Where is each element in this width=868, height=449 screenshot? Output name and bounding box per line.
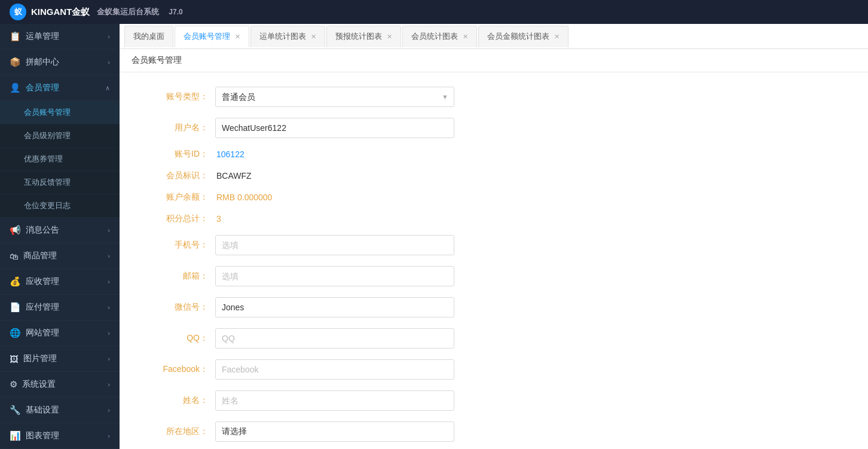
page-title: 会员账号管理: [132, 55, 182, 65]
sidebar-item-payable[interactable]: 📄 应付管理 ›: [0, 295, 120, 320]
sidebar-item-website[interactable]: 🌐 网站管理 ›: [0, 320, 120, 346]
topbar-version: J7.0: [169, 8, 182, 16]
sidebar-item-order[interactable]: 📋 运单管理 ›: [0, 24, 120, 50]
form-row-phone: 手机号：: [143, 235, 844, 255]
region-label: 所在地区：: [143, 426, 215, 437]
topbar-subtitle: 金蚁集运后台系统: [97, 7, 159, 17]
realname-input[interactable]: [215, 390, 454, 411]
sidebar-item-combo[interactable]: 📦 拼邮中心 ›: [0, 50, 120, 75]
sidebar-item-system-label: 系统设置: [22, 379, 56, 390]
sidebar-item-receivable[interactable]: 💰 应收管理 ›: [0, 269, 120, 295]
sidebar-item-feedback[interactable]: 互动反馈管理: [0, 171, 120, 194]
tab-forecast-chart-close[interactable]: ✕: [387, 33, 392, 41]
tabs-bar: 我的桌面 会员账号管理 ✕ 运单统计图表 ✕ 预报统计图表 ✕ 会员统计图表 ✕…: [120, 24, 868, 49]
account-id-label: 账号ID：: [143, 149, 215, 160]
sidebar-item-goods[interactable]: 🛍 商品管理 ›: [0, 243, 120, 269]
account-type-label: 账号类型：: [143, 91, 215, 102]
order-icon: 📋: [10, 31, 21, 42]
layout: 📋 运单管理 › 📦 拼邮中心 › 👤 会员管理 ∧ 会员账号管理: [0, 24, 868, 449]
tab-forecast-chart[interactable]: 预报统计图表 ✕: [326, 26, 401, 47]
sidebar-item-chart-label: 图表管理: [26, 430, 59, 441]
tab-member-account[interactable]: 会员账号管理 ✕: [175, 26, 249, 47]
email-label: 邮箱：: [143, 271, 215, 282]
facebook-input[interactable]: [215, 359, 454, 380]
website-icon: 🌐: [10, 328, 21, 338]
main: 我的桌面 会员账号管理 ✕ 运单统计图表 ✕ 预报统计图表 ✕ 会员统计图表 ✕…: [120, 24, 868, 449]
account-type-select[interactable]: 普通会员 高级会员 VIP会员: [215, 87, 454, 107]
sidebar-item-goods-label: 商品管理: [23, 251, 57, 261]
chart-chevron: ›: [108, 432, 110, 439]
sidebar-item-notice[interactable]: 📢 消息公告 ›: [0, 218, 120, 243]
form-row-facebook: Facebook：: [143, 359, 844, 380]
sidebar-item-image-label: 图片管理: [23, 353, 57, 364]
sidebar-item-member[interactable]: 👤 会员管理 ∧: [0, 75, 120, 101]
base-icon: 🔧: [10, 405, 21, 416]
sidebar-item-image[interactable]: 🖼 图片管理 ›: [0, 346, 120, 372]
receivable-chevron: ›: [108, 278, 110, 285]
region-select-button[interactable]: 请选择: [215, 421, 454, 442]
sidebar-item-coupon[interactable]: 优惠券管理: [0, 148, 120, 171]
form-row-wechat: 微信号：: [143, 297, 844, 317]
sidebar-item-member-account[interactable]: 会员账号管理: [0, 101, 120, 124]
form-row-username: 用户名：: [143, 118, 844, 138]
payable-icon: 📄: [10, 302, 21, 313]
sidebar-item-order-label: 运单管理: [26, 31, 59, 42]
sidebar-item-combo-label: 拼邮中心: [26, 57, 59, 68]
form-row-balance: 账户余额： RMB 0.000000: [143, 192, 844, 203]
sidebar-item-base[interactable]: 🔧 基础设置 ›: [0, 398, 120, 423]
member-chevron: ∧: [105, 84, 110, 92]
sidebar-item-member-level[interactable]: 会员级别管理: [0, 124, 120, 148]
email-input[interactable]: [215, 266, 454, 286]
balance-value: RMB 0.000000: [215, 193, 272, 202]
realname-label: 姓名：: [143, 395, 215, 406]
sidebar-item-chart[interactable]: 📊 图表管理 ›: [0, 423, 120, 449]
form-row-account-type: 账号类型： 普通会员 高级会员 VIP会员: [143, 87, 844, 107]
account-id-value: 106122: [215, 149, 244, 159]
coupon-label: 优惠券管理: [24, 154, 63, 163]
member-account-label: 会员账号管理: [24, 108, 71, 117]
sidebar-item-system[interactable]: ⚙ 系统设置 ›: [0, 372, 120, 398]
form-row-account-id: 账号ID： 106122: [143, 149, 844, 160]
tab-member-account-close[interactable]: ✕: [235, 33, 240, 41]
tab-order-chart-close[interactable]: ✕: [311, 33, 316, 41]
topbar: 蚁 KINGANT金蚁 金蚁集运后台系统 J7.0: [0, 0, 868, 24]
tab-member-chart-close[interactable]: ✕: [463, 33, 468, 41]
account-type-select-wrapper: 普通会员 高级会员 VIP会员: [215, 87, 454, 107]
tab-order-chart[interactable]: 运单统计图表 ✕: [250, 26, 325, 47]
phone-label: 手机号：: [143, 240, 215, 251]
username-input[interactable]: [215, 118, 454, 138]
combo-chevron: ›: [108, 59, 110, 66]
order-chevron: ›: [108, 33, 110, 40]
goods-icon: 🛍: [10, 251, 19, 261]
sidebar-item-warehouse-log[interactable]: 仓位变更日志: [0, 194, 120, 218]
tab-amount-chart-label: 会员金额统计图表: [487, 31, 549, 42]
tab-amount-chart-close[interactable]: ✕: [554, 33, 560, 41]
tab-member-chart-label: 会员统计图表: [411, 31, 458, 42]
qq-input[interactable]: [215, 328, 454, 349]
system-chevron: ›: [108, 381, 110, 388]
sidebar-item-base-label: 基础设置: [26, 405, 59, 416]
points-label: 积分总计：: [143, 213, 215, 224]
content-area: 账号类型： 普通会员 高级会员 VIP会员 用户名： 账号ID： 106122: [120, 72, 868, 449]
tab-order-chart-label: 运单统计图表: [259, 31, 306, 42]
sidebar-sub-member: 会员账号管理 会员级别管理 优惠券管理 互动反馈管理 仓位变更日志: [0, 101, 120, 218]
facebook-label: Facebook：: [143, 364, 215, 375]
tab-member-chart[interactable]: 会员统计图表 ✕: [402, 26, 477, 47]
tab-amount-chart[interactable]: 会员金额统计图表 ✕: [478, 26, 569, 47]
phone-input[interactable]: [215, 235, 454, 255]
sidebar-item-notice-label: 消息公告: [26, 225, 59, 236]
sidebar-item-receivable-label: 应收管理: [26, 276, 59, 287]
points-value: 3: [215, 214, 221, 224]
sidebar-item-member-label: 会员管理: [26, 83, 59, 93]
sidebar-item-website-label: 网站管理: [26, 328, 59, 338]
member-identifier-label: 会员标识：: [143, 170, 215, 181]
tab-desktop-label: 我的桌面: [133, 31, 164, 42]
wechat-input[interactable]: [215, 297, 454, 317]
sidebar-item-payable-label: 应付管理: [26, 302, 59, 313]
tab-desktop[interactable]: 我的桌面: [124, 26, 173, 47]
logo-text: KINGANT金蚁: [31, 7, 90, 18]
sidebar: 📋 运单管理 › 📦 拼邮中心 › 👤 会员管理 ∧ 会员账号管理: [0, 24, 120, 449]
tab-member-account-label: 会员账号管理: [184, 31, 230, 42]
form-row-region: 所在地区： 请选择: [143, 421, 844, 442]
member-icon: 👤: [10, 83, 21, 93]
